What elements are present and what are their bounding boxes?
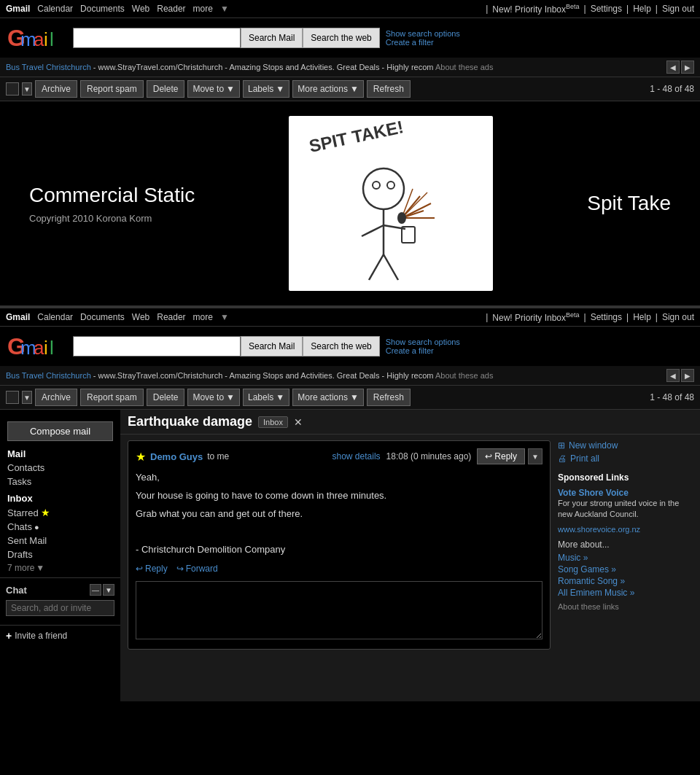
- archive-btn-top[interactable]: Archive: [35, 80, 77, 98]
- help-link-top[interactable]: Help: [633, 4, 651, 14]
- sign-out-link-top[interactable]: Sign out: [662, 4, 694, 14]
- delete-btn-top[interactable]: Delete: [147, 80, 185, 98]
- move-to-dropdown-bottom[interactable]: Move to ▼: [187, 389, 240, 406]
- search-mail-btn-bottom[interactable]: Search Mail: [241, 336, 303, 357]
- about-ads-top[interactable]: About these ads: [435, 63, 494, 71]
- show-details-link[interactable]: show details: [332, 451, 381, 462]
- ad-next-bottom[interactable]: ▶: [681, 369, 694, 382]
- search-input-top[interactable]: [73, 28, 241, 48]
- email-time: 18:08 (0 minutes ago): [386, 451, 472, 462]
- more-actions-dropdown-bottom[interactable]: More actions ▼: [292, 389, 364, 406]
- report-spam-btn-bottom[interactable]: Report spam: [80, 389, 144, 406]
- chat-expand-btn[interactable]: ▼: [103, 584, 114, 596]
- reply-action-link[interactable]: ↩ Reply: [136, 564, 168, 574]
- sidebar-chats-link[interactable]: Chats ●: [0, 520, 120, 534]
- forward-action-link[interactable]: ↪ Forward: [176, 564, 218, 574]
- nav-web-top[interactable]: Web: [132, 4, 149, 14]
- create-filter-top[interactable]: Create a filter: [386, 38, 460, 47]
- sidebar-inbox-link[interactable]: Inbox: [0, 491, 120, 505]
- nav-calendar-bottom[interactable]: Calendar: [37, 312, 73, 322]
- nav-more-bottom[interactable]: more: [193, 312, 213, 322]
- sidebar-contacts-link[interactable]: Contacts: [0, 461, 120, 475]
- sponsored-ad1-link[interactable]: Vote Shore Voice: [558, 488, 629, 498]
- more-link-romantic-song[interactable]: Romantic Song »: [558, 576, 693, 586]
- sidebar-starred-link[interactable]: Starred ★: [0, 505, 120, 520]
- sign-out-link-bottom[interactable]: Sign out: [662, 312, 694, 322]
- top-nav-right-bottom: | New! Priority InboxBeta | Settings | H…: [486, 311, 694, 323]
- nav-more-top[interactable]: more: [193, 4, 213, 14]
- more-link-song-games[interactable]: Song Games »: [558, 564, 693, 575]
- about-these-links-small[interactable]: About these links: [558, 602, 693, 611]
- chat-collapse-btn[interactable]: —: [90, 584, 101, 596]
- search-options-top: Show search options Create a filter: [386, 29, 460, 47]
- sidebar-sent-mail-link[interactable]: Sent Mail: [0, 534, 120, 548]
- nav-documents-bottom[interactable]: Documents: [80, 312, 125, 322]
- search-input-bottom[interactable]: [73, 336, 241, 357]
- report-spam-btn-top[interactable]: Report spam: [80, 80, 144, 98]
- top-nav-bar: Gmail Calendar Documents Web Reader more…: [0, 0, 700, 18]
- show-search-options-top[interactable]: Show search options: [386, 29, 460, 38]
- sponsored-links-title: Sponsored Links: [558, 472, 693, 483]
- settings-link-bottom[interactable]: Settings: [591, 312, 622, 322]
- reply-btn[interactable]: ↩ Reply: [477, 448, 525, 464]
- nav-documents-top[interactable]: Documents: [80, 4, 125, 14]
- reply-textarea[interactable]: [136, 581, 542, 639]
- svg-line-21: [384, 254, 398, 280]
- bottom-section: Gmail Calendar Documents Web Reader more…: [0, 308, 700, 701]
- email-body-line5: - Christchurch Demolition Company: [136, 542, 542, 558]
- priority-inbox-link-bottom[interactable]: New! Priority InboxBeta: [492, 311, 579, 323]
- more-link-music[interactable]: Music »: [558, 553, 693, 563]
- archive-btn-bottom[interactable]: Archive: [35, 389, 77, 406]
- delete-btn-bottom[interactable]: Delete: [147, 389, 185, 406]
- sidebar-mail-link[interactable]: Mail: [0, 447, 120, 461]
- print-all-link[interactable]: 🖨 Print all: [558, 453, 693, 464]
- sidebar-more-link[interactable]: 7 more ▼: [0, 561, 120, 575]
- ad-next-top[interactable]: ▶: [681, 61, 694, 74]
- refresh-btn-top[interactable]: Refresh: [367, 80, 411, 98]
- svg-line-17: [362, 225, 384, 236]
- star-icon: ★: [41, 507, 50, 518]
- help-link-bottom[interactable]: Help: [633, 312, 651, 322]
- about-ads-bottom[interactable]: About these ads: [435, 371, 494, 380]
- priority-inbox-link-top[interactable]: New! Priority InboxBeta: [492, 3, 579, 15]
- search-mail-btn-top[interactable]: Search Mail: [241, 28, 303, 48]
- labels-dropdown-bottom[interactable]: Labels ▼: [243, 389, 289, 406]
- email-more-btn[interactable]: ▼: [528, 448, 542, 464]
- nav-web-bottom[interactable]: Web: [132, 312, 149, 322]
- toolbar-top: ▼ Archive Report spam Delete Move to ▼ L…: [0, 77, 700, 101]
- pagination-top: 1 - 48 of 48: [650, 84, 694, 94]
- create-filter-bottom[interactable]: Create a filter: [386, 346, 460, 355]
- close-tag-btn[interactable]: ✕: [294, 416, 303, 428]
- nav-reader-top[interactable]: Reader: [157, 4, 185, 14]
- select-dropdown-bottom[interactable]: ▼: [22, 391, 32, 404]
- ad-prev-top[interactable]: ◀: [666, 61, 680, 74]
- select-all-checkbox-bottom[interactable]: [6, 391, 19, 404]
- more-link-eminem[interactable]: All Eminem Music »: [558, 588, 693, 598]
- search-web-btn-top[interactable]: Search the web: [303, 28, 379, 48]
- sidebar-drafts-link[interactable]: Drafts: [0, 548, 120, 561]
- refresh-btn-bottom[interactable]: Refresh: [367, 389, 411, 406]
- nav-reader-bottom[interactable]: Reader: [157, 312, 185, 322]
- move-to-dropdown-top[interactable]: Move to ▼: [187, 80, 240, 98]
- nav-calendar-top[interactable]: Calendar: [37, 4, 73, 14]
- chat-search-input[interactable]: [6, 600, 114, 616]
- show-search-options-bottom[interactable]: Show search options: [386, 338, 460, 346]
- compose-btn[interactable]: Compose mail: [7, 421, 113, 441]
- email-star-btn[interactable]: ★: [136, 450, 146, 464]
- select-dropdown-top[interactable]: ▼: [22, 82, 32, 96]
- main-layout: Compose mail Mail Contacts Tasks Inbox S…: [0, 410, 700, 701]
- settings-link-top[interactable]: Settings: [591, 4, 622, 14]
- sidebar-tasks-link[interactable]: Tasks: [0, 475, 120, 488]
- ad-prev-bottom[interactable]: ◀: [666, 369, 680, 382]
- more-links: Music » Song Games » Romantic Song » All…: [558, 553, 693, 598]
- select-all-checkbox-top[interactable]: [6, 82, 19, 96]
- ad-link-top[interactable]: Bus Travel Christchurch: [6, 63, 91, 71]
- more-actions-dropdown-top[interactable]: More actions ▼: [292, 80, 364, 98]
- ad-link-bottom[interactable]: Bus Travel Christchurch: [6, 371, 91, 380]
- toolbar-bottom: ▼ Archive Report spam Delete Move to ▼ L…: [0, 386, 700, 410]
- new-window-link[interactable]: ⊞ New window: [558, 440, 693, 451]
- labels-dropdown-top[interactable]: Labels ▼: [243, 80, 289, 98]
- email-message: ★ Demo Guys to me show details 18:08 (0 …: [128, 440, 551, 650]
- search-web-btn-bottom[interactable]: Search the web: [303, 336, 379, 357]
- invite-friend[interactable]: + Invite a friend: [0, 625, 120, 646]
